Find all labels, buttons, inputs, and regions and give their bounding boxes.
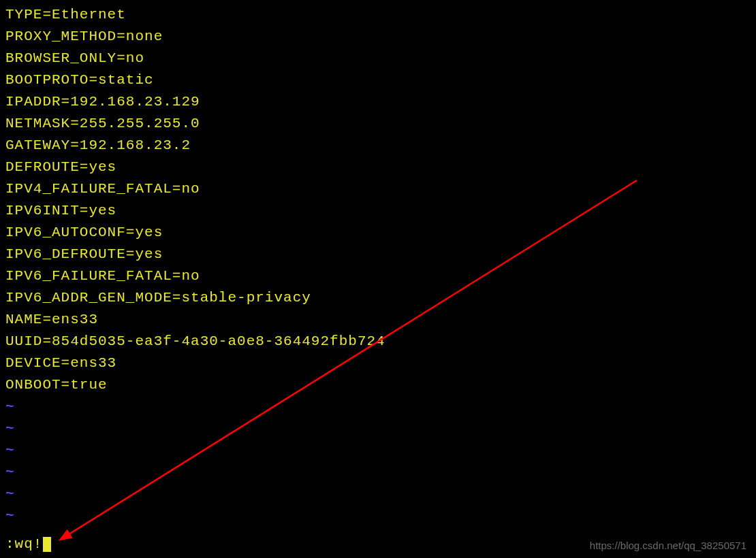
config-line: IPV6_FAILURE_FATAL=no	[5, 265, 751, 287]
tilde-marker: ~	[5, 461, 751, 483]
tilde-marker: ~	[5, 505, 751, 527]
empty-lines: ~ ~ ~ ~ ~ ~	[5, 396, 751, 527]
config-line: BOOTPROTO=static	[5, 69, 751, 91]
command-text: :wq!	[5, 535, 42, 554]
config-line: IPV6INIT=yes	[5, 200, 751, 222]
vi-command-line[interactable]: :wq!	[5, 535, 51, 554]
config-line: UUID=854d5035-ea3f-4a30-a0e8-364492fbb72…	[5, 331, 751, 352]
config-line: PROXY_METHOD=none	[5, 26, 751, 48]
config-line: NETMASK=255.255.255.0	[5, 113, 751, 135]
config-line: IPADDR=192.168.23.129	[5, 91, 751, 113]
tilde-marker: ~	[5, 440, 751, 461]
config-line: BROWSER_ONLY=no	[5, 48, 751, 69]
tilde-marker: ~	[5, 396, 751, 418]
vi-editor-terminal[interactable]: TYPE=Ethernet PROXY_METHOD=none BROWSER_…	[0, 0, 756, 558]
config-line: NAME=ens33	[5, 309, 751, 331]
config-line: DEFROUTE=yes	[5, 157, 751, 178]
config-line: IPV6_AUTOCONF=yes	[5, 222, 751, 244]
config-line: IPV6_ADDR_GEN_MODE=stable-privacy	[5, 287, 751, 309]
config-line: TYPE=Ethernet	[5, 4, 751, 26]
tilde-marker: ~	[5, 483, 751, 505]
tilde-marker: ~	[5, 418, 751, 440]
config-content: TYPE=Ethernet PROXY_METHOD=none BROWSER_…	[5, 4, 751, 396]
config-line: DEVICE=ens33	[5, 352, 751, 374]
config-line: ONBOOT=true	[5, 374, 751, 396]
config-line: GATEWAY=192.168.23.2	[5, 135, 751, 157]
config-line: IPV4_FAILURE_FATAL=no	[5, 178, 751, 200]
config-line: IPV6_DEFROUTE=yes	[5, 244, 751, 265]
watermark-text: https://blog.csdn.net/qq_38250571	[590, 540, 746, 551]
cursor	[43, 537, 51, 552]
